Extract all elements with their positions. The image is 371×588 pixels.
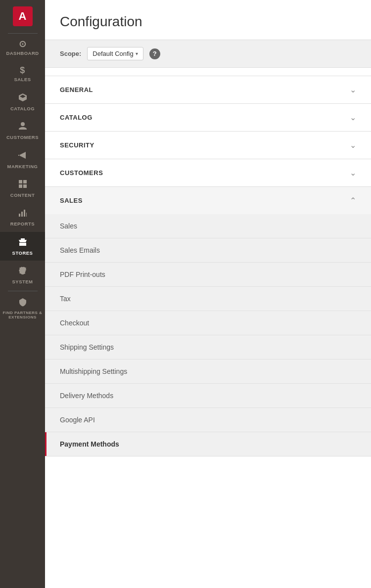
sidebar-item-dashboard[interactable]: ⊙ DASHBOARD [0, 35, 45, 61]
sales-item-google-api[interactable]: Google API [45, 408, 371, 432]
sidebar-item-catalog[interactable]: CATALOG [0, 88, 45, 116]
section-header-sales[interactable]: SALES ⌃ [45, 187, 371, 214]
sales-item-payment-methods[interactable]: Payment Methods [45, 432, 371, 456]
stores-icon [18, 237, 28, 248]
section-general: GENERAL ⌄ [45, 76, 371, 104]
section-sales: SALES ⌃ Sales Sales Emails PDF Print-out… [45, 186, 371, 456]
chevron-general: ⌄ [350, 85, 356, 94]
section-header-customers[interactable]: CUSTOMERS ⌄ [45, 159, 371, 186]
section-catalog: CATALOG ⌄ [45, 103, 371, 132]
sales-item-sales-emails[interactable]: Sales Emails [45, 238, 371, 263]
sales-item-tax[interactable]: Tax [45, 287, 371, 311]
sidebar-item-sales[interactable]: $ SALES [0, 61, 45, 87]
svg-rect-4 [19, 214, 20, 217]
sidebar-label-sales: SALES [14, 77, 31, 82]
section-title-sales: SALES [60, 197, 83, 204]
marketing-icon [18, 150, 28, 162]
help-icon[interactable]: ? [149, 48, 160, 59]
scope-value: Default Config [93, 50, 133, 57]
chevron-security: ⌄ [350, 140, 356, 150]
sidebar-label-marketing: MARKETING [7, 164, 38, 169]
section-title-customers: CUSTOMERS [60, 169, 103, 177]
extensions-icon [18, 297, 28, 309]
content-icon [18, 179, 28, 190]
chevron-down-icon: ▾ [136, 51, 138, 56]
sales-submenu: Sales Sales Emails PDF Print-outs Tax Ch… [45, 214, 371, 456]
sales-item-sales[interactable]: Sales [45, 214, 371, 238]
scope-label: Scope: [60, 50, 81, 57]
catalog-icon [18, 92, 28, 104]
svg-rect-1 [23, 180, 27, 183]
svg-rect-2 [19, 184, 22, 188]
reports-icon [18, 208, 28, 219]
sidebar-item-marketing[interactable]: MARKETING [0, 145, 45, 174]
sales-item-multishipping[interactable]: Multishipping Settings [45, 360, 371, 384]
svg-rect-0 [19, 180, 22, 183]
sidebar-item-content[interactable]: CONTENT [0, 174, 45, 203]
section-title-security: SECURITY [60, 141, 94, 149]
dashboard-icon: ⊙ [19, 40, 27, 48]
svg-rect-6 [24, 210, 25, 217]
svg-rect-7 [26, 213, 27, 217]
svg-rect-5 [21, 212, 23, 217]
section-customers: CUSTOMERS ⌄ [45, 159, 371, 187]
app-logo[interactable]: A [13, 6, 33, 26]
section-title-general: GENERAL [60, 86, 93, 93]
scope-select[interactable]: Default Config ▾ [87, 47, 143, 60]
sidebar-label-system: SYSTEM [12, 279, 33, 284]
system-icon [18, 266, 28, 277]
sidebar: A ⊙ DASHBOARD $ SALES CATALOG CUSTOMERS … [0, 0, 45, 588]
section-header-catalog[interactable]: CATALOG ⌄ [45, 104, 371, 131]
sidebar-label-customers: CUSTOMERS [6, 135, 39, 140]
sidebar-label-stores: STORES [12, 250, 33, 256]
scope-bar: Scope: Default Config ▾ ? [45, 40, 371, 68]
sidebar-label-catalog: CATALOG [10, 106, 35, 111]
sales-item-checkout[interactable]: Checkout [45, 311, 371, 335]
section-header-general[interactable]: GENERAL ⌄ [45, 76, 371, 103]
sidebar-item-system[interactable]: SYSTEM [0, 261, 45, 289]
sidebar-label-reports: REPORTS [10, 221, 35, 226]
config-sections: GENERAL ⌄ CATALOG ⌄ SECURITY ⌄ CUSTOMERS… [45, 76, 371, 456]
sales-item-delivery-methods[interactable]: Delivery Methods [45, 384, 371, 408]
sidebar-label-dashboard: DASHBOARD [6, 50, 39, 56]
sidebar-logo: A [0, 0, 45, 32]
sales-item-pdf-printouts[interactable]: PDF Print-outs [45, 263, 371, 287]
sales-icon: $ [20, 66, 25, 75]
section-header-security[interactable]: SECURITY ⌄ [45, 132, 371, 159]
chevron-catalog: ⌄ [350, 113, 356, 122]
section-security: SECURITY ⌄ [45, 131, 371, 159]
sidebar-divider-2 [8, 291, 38, 291]
sidebar-item-stores[interactable]: STORES [0, 232, 45, 261]
main-content: Configuration Scope: Default Config ▾ ? … [45, 0, 371, 588]
sales-item-shipping-settings[interactable]: Shipping Settings [45, 335, 371, 360]
customers-icon [18, 121, 28, 133]
sidebar-item-reports[interactable]: REPORTS [0, 203, 45, 231]
sidebar-label-extensions: FIND PARTNERS & EXTENSIONS [2, 311, 43, 320]
sidebar-divider [8, 33, 38, 34]
chevron-sales: ⌃ [350, 196, 356, 205]
sidebar-item-customers[interactable]: CUSTOMERS [0, 116, 45, 145]
sidebar-label-content: CONTENT [10, 192, 35, 198]
section-title-catalog: CATALOG [60, 114, 93, 121]
sidebar-item-extensions[interactable]: FIND PARTNERS & EXTENSIONS [0, 292, 45, 325]
svg-rect-3 [23, 184, 27, 188]
chevron-customers: ⌄ [350, 168, 356, 178]
page-title: Configuration [45, 0, 371, 40]
